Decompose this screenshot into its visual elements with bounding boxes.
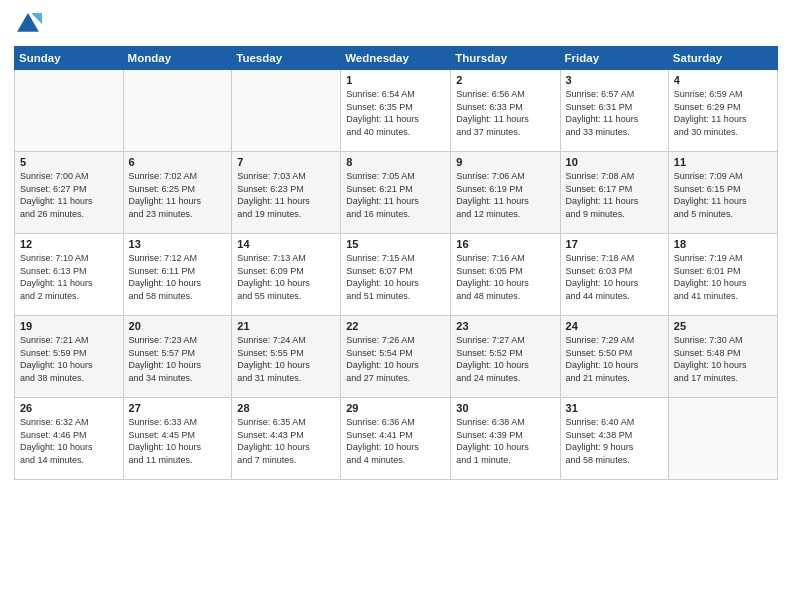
calendar-cell: 30Sunrise: 6:38 AM Sunset: 4:39 PM Dayli…: [451, 398, 560, 480]
day-number: 30: [456, 402, 554, 414]
day-number: 20: [129, 320, 227, 332]
calendar-cell: 15Sunrise: 7:15 AM Sunset: 6:07 PM Dayli…: [341, 234, 451, 316]
week-row-2: 5Sunrise: 7:00 AM Sunset: 6:27 PM Daylig…: [15, 152, 778, 234]
calendar-cell: 2Sunrise: 6:56 AM Sunset: 6:33 PM Daylig…: [451, 70, 560, 152]
day-info: Sunrise: 6:36 AM Sunset: 4:41 PM Dayligh…: [346, 416, 445, 466]
calendar-cell: 20Sunrise: 7:23 AM Sunset: 5:57 PM Dayli…: [123, 316, 232, 398]
calendar-cell: 17Sunrise: 7:18 AM Sunset: 6:03 PM Dayli…: [560, 234, 668, 316]
day-number: 4: [674, 74, 772, 86]
calendar-table: SundayMondayTuesdayWednesdayThursdayFrid…: [14, 46, 778, 480]
day-info: Sunrise: 7:16 AM Sunset: 6:05 PM Dayligh…: [456, 252, 554, 302]
day-number: 2: [456, 74, 554, 86]
weekday-friday: Friday: [560, 47, 668, 70]
calendar-cell: 23Sunrise: 7:27 AM Sunset: 5:52 PM Dayli…: [451, 316, 560, 398]
day-number: 26: [20, 402, 118, 414]
weekday-header-row: SundayMondayTuesdayWednesdayThursdayFrid…: [15, 47, 778, 70]
day-info: Sunrise: 6:56 AM Sunset: 6:33 PM Dayligh…: [456, 88, 554, 138]
calendar-cell: 25Sunrise: 7:30 AM Sunset: 5:48 PM Dayli…: [668, 316, 777, 398]
calendar-cell: 10Sunrise: 7:08 AM Sunset: 6:17 PM Dayli…: [560, 152, 668, 234]
week-row-5: 26Sunrise: 6:32 AM Sunset: 4:46 PM Dayli…: [15, 398, 778, 480]
logo-icon: [14, 10, 42, 38]
day-number: 19: [20, 320, 118, 332]
calendar-cell: 13Sunrise: 7:12 AM Sunset: 6:11 PM Dayli…: [123, 234, 232, 316]
day-info: Sunrise: 7:08 AM Sunset: 6:17 PM Dayligh…: [566, 170, 663, 220]
calendar-cell: 28Sunrise: 6:35 AM Sunset: 4:43 PM Dayli…: [232, 398, 341, 480]
day-number: 1: [346, 74, 445, 86]
day-info: Sunrise: 7:09 AM Sunset: 6:15 PM Dayligh…: [674, 170, 772, 220]
weekday-monday: Monday: [123, 47, 232, 70]
day-info: Sunrise: 6:32 AM Sunset: 4:46 PM Dayligh…: [20, 416, 118, 466]
day-number: 21: [237, 320, 335, 332]
calendar-cell: [232, 70, 341, 152]
calendar-cell: 26Sunrise: 6:32 AM Sunset: 4:46 PM Dayli…: [15, 398, 124, 480]
calendar-cell: 8Sunrise: 7:05 AM Sunset: 6:21 PM Daylig…: [341, 152, 451, 234]
day-info: Sunrise: 6:38 AM Sunset: 4:39 PM Dayligh…: [456, 416, 554, 466]
calendar-cell: 19Sunrise: 7:21 AM Sunset: 5:59 PM Dayli…: [15, 316, 124, 398]
day-info: Sunrise: 7:13 AM Sunset: 6:09 PM Dayligh…: [237, 252, 335, 302]
calendar-cell: [15, 70, 124, 152]
calendar-cell: [123, 70, 232, 152]
weekday-thursday: Thursday: [451, 47, 560, 70]
calendar-cell: 29Sunrise: 6:36 AM Sunset: 4:41 PM Dayli…: [341, 398, 451, 480]
day-info: Sunrise: 7:10 AM Sunset: 6:13 PM Dayligh…: [20, 252, 118, 302]
day-info: Sunrise: 7:30 AM Sunset: 5:48 PM Dayligh…: [674, 334, 772, 384]
day-number: 5: [20, 156, 118, 168]
calendar-cell: [668, 398, 777, 480]
day-info: Sunrise: 6:40 AM Sunset: 4:38 PM Dayligh…: [566, 416, 663, 466]
day-number: 28: [237, 402, 335, 414]
day-number: 31: [566, 402, 663, 414]
calendar-cell: 16Sunrise: 7:16 AM Sunset: 6:05 PM Dayli…: [451, 234, 560, 316]
weekday-sunday: Sunday: [15, 47, 124, 70]
day-number: 16: [456, 238, 554, 250]
calendar-cell: 14Sunrise: 7:13 AM Sunset: 6:09 PM Dayli…: [232, 234, 341, 316]
calendar-cell: 7Sunrise: 7:03 AM Sunset: 6:23 PM Daylig…: [232, 152, 341, 234]
day-info: Sunrise: 7:03 AM Sunset: 6:23 PM Dayligh…: [237, 170, 335, 220]
day-info: Sunrise: 7:12 AM Sunset: 6:11 PM Dayligh…: [129, 252, 227, 302]
day-info: Sunrise: 6:54 AM Sunset: 6:35 PM Dayligh…: [346, 88, 445, 138]
week-row-4: 19Sunrise: 7:21 AM Sunset: 5:59 PM Dayli…: [15, 316, 778, 398]
weekday-tuesday: Tuesday: [232, 47, 341, 70]
day-info: Sunrise: 7:26 AM Sunset: 5:54 PM Dayligh…: [346, 334, 445, 384]
day-info: Sunrise: 7:02 AM Sunset: 6:25 PM Dayligh…: [129, 170, 227, 220]
day-number: 8: [346, 156, 445, 168]
day-info: Sunrise: 7:00 AM Sunset: 6:27 PM Dayligh…: [20, 170, 118, 220]
calendar-cell: 24Sunrise: 7:29 AM Sunset: 5:50 PM Dayli…: [560, 316, 668, 398]
calendar-cell: 1Sunrise: 6:54 AM Sunset: 6:35 PM Daylig…: [341, 70, 451, 152]
calendar-cell: 4Sunrise: 6:59 AM Sunset: 6:29 PM Daylig…: [668, 70, 777, 152]
calendar-cell: 27Sunrise: 6:33 AM Sunset: 4:45 PM Dayli…: [123, 398, 232, 480]
day-info: Sunrise: 7:27 AM Sunset: 5:52 PM Dayligh…: [456, 334, 554, 384]
day-info: Sunrise: 7:24 AM Sunset: 5:55 PM Dayligh…: [237, 334, 335, 384]
day-number: 23: [456, 320, 554, 332]
page-header: [14, 10, 778, 38]
day-info: Sunrise: 6:57 AM Sunset: 6:31 PM Dayligh…: [566, 88, 663, 138]
day-info: Sunrise: 7:06 AM Sunset: 6:19 PM Dayligh…: [456, 170, 554, 220]
calendar-cell: 21Sunrise: 7:24 AM Sunset: 5:55 PM Dayli…: [232, 316, 341, 398]
calendar-cell: 9Sunrise: 7:06 AM Sunset: 6:19 PM Daylig…: [451, 152, 560, 234]
day-info: Sunrise: 7:23 AM Sunset: 5:57 PM Dayligh…: [129, 334, 227, 384]
day-info: Sunrise: 7:21 AM Sunset: 5:59 PM Dayligh…: [20, 334, 118, 384]
calendar-cell: 12Sunrise: 7:10 AM Sunset: 6:13 PM Dayli…: [15, 234, 124, 316]
day-number: 3: [566, 74, 663, 86]
day-info: Sunrise: 7:19 AM Sunset: 6:01 PM Dayligh…: [674, 252, 772, 302]
day-number: 15: [346, 238, 445, 250]
day-number: 18: [674, 238, 772, 250]
day-number: 29: [346, 402, 445, 414]
day-info: Sunrise: 7:15 AM Sunset: 6:07 PM Dayligh…: [346, 252, 445, 302]
calendar-cell: 6Sunrise: 7:02 AM Sunset: 6:25 PM Daylig…: [123, 152, 232, 234]
logo: [14, 10, 46, 38]
day-number: 6: [129, 156, 227, 168]
day-info: Sunrise: 7:18 AM Sunset: 6:03 PM Dayligh…: [566, 252, 663, 302]
weekday-wednesday: Wednesday: [341, 47, 451, 70]
day-info: Sunrise: 6:35 AM Sunset: 4:43 PM Dayligh…: [237, 416, 335, 466]
weekday-saturday: Saturday: [668, 47, 777, 70]
day-number: 17: [566, 238, 663, 250]
day-number: 27: [129, 402, 227, 414]
day-number: 14: [237, 238, 335, 250]
calendar-cell: 3Sunrise: 6:57 AM Sunset: 6:31 PM Daylig…: [560, 70, 668, 152]
day-number: 9: [456, 156, 554, 168]
day-number: 10: [566, 156, 663, 168]
day-info: Sunrise: 6:33 AM Sunset: 4:45 PM Dayligh…: [129, 416, 227, 466]
calendar-cell: 31Sunrise: 6:40 AM Sunset: 4:38 PM Dayli…: [560, 398, 668, 480]
day-number: 24: [566, 320, 663, 332]
calendar-cell: 5Sunrise: 7:00 AM Sunset: 6:27 PM Daylig…: [15, 152, 124, 234]
